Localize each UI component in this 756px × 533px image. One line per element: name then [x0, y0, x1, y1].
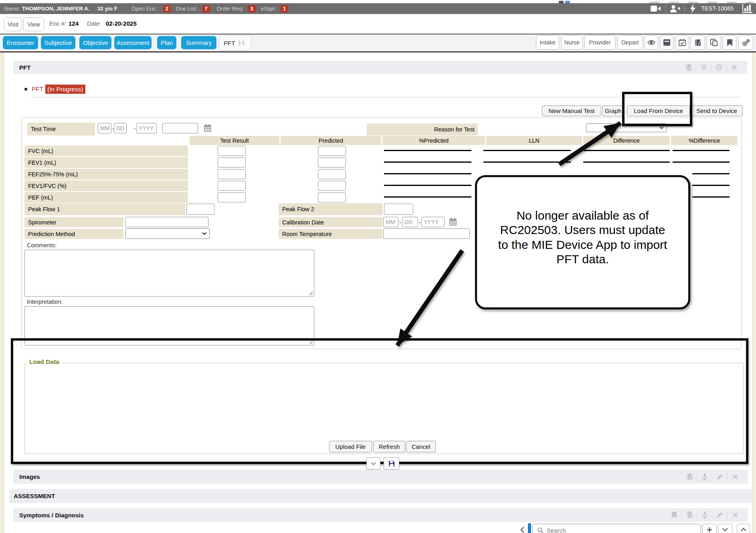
- reason-for-test-select[interactable]: [586, 123, 667, 132]
- depart-button[interactable]: Depart: [617, 35, 643, 50]
- load-from-device-button[interactable]: Load From Device: [627, 105, 690, 116]
- add-patient-icon[interactable]: [670, 5, 681, 12]
- close-button[interactable]: [727, 472, 742, 481]
- test-time-yyyy-input[interactable]: YYYY: [136, 123, 157, 133]
- collapse-down-button[interactable]: [718, 524, 732, 533]
- expand-button[interactable]: [366, 457, 380, 470]
- calendar-icon[interactable]: [204, 124, 212, 132]
- peak-flow-1-input[interactable]: [186, 204, 214, 215]
- schedule-button[interactable]: [675, 35, 689, 50]
- calibration-yyyy-input[interactable]: YYYY: [421, 217, 445, 227]
- enc-label: Enc #:: [49, 20, 67, 27]
- spirometer-input[interactable]: [125, 217, 208, 227]
- order-req-badge[interactable]: 3: [248, 5, 255, 12]
- dash: -: [399, 219, 401, 226]
- collapse-up-button[interactable]: [737, 524, 750, 533]
- room-temperature-label: Room Temperature: [279, 229, 382, 239]
- view-button[interactable]: View: [23, 17, 44, 31]
- print-chart-button[interactable]: [681, 64, 696, 72]
- predicted-input[interactable]: [318, 181, 346, 191]
- comments-textarea[interactable]: [24, 250, 314, 297]
- visit-button[interactable]: Visit: [4, 17, 22, 31]
- close-button[interactable]: [726, 64, 742, 72]
- test-time-mm-input[interactable]: MM: [98, 123, 111, 133]
- test-time-time-input[interactable]: [162, 123, 198, 133]
- esign-badge[interactable]: 1: [281, 5, 288, 12]
- prediction-method-select[interactable]: [125, 228, 210, 239]
- row-label: FEV1 (mL): [24, 157, 188, 168]
- pct-predicted-line: [384, 185, 471, 186]
- due-list-badge[interactable]: 7: [202, 5, 210, 12]
- video-call-icon[interactable]: [651, 5, 661, 12]
- bookmark-button[interactable]: [667, 511, 681, 519]
- tab-pft-active[interactable]: PFT: [219, 35, 251, 50]
- open-enc-badge[interactable]: 2: [163, 5, 171, 12]
- copy-button[interactable]: [707, 35, 721, 50]
- test-result-input[interactable]: [218, 157, 246, 168]
- preview-button[interactable]: [644, 35, 658, 50]
- search-box[interactable]: Search: [532, 524, 701, 533]
- edit-button[interactable]: [712, 511, 727, 519]
- dictate-button[interactable]: [697, 472, 712, 481]
- peak-flow-2-input[interactable]: [384, 204, 413, 215]
- chart-icon[interactable]: [742, 4, 752, 13]
- archive-button[interactable]: [660, 35, 673, 50]
- lln-line: [483, 150, 571, 151]
- calendar-icon[interactable]: [449, 218, 457, 226]
- test-result-input[interactable]: [218, 192, 246, 202]
- room-temperature-input[interactable]: [383, 228, 470, 239]
- cancel-button[interactable]: Cancel: [406, 441, 436, 452]
- tab-subjective[interactable]: Subjective: [41, 36, 75, 49]
- add-button[interactable]: [702, 524, 717, 533]
- test-result-input[interactable]: [218, 181, 246, 191]
- print-button[interactable]: [681, 511, 697, 519]
- predicted-input[interactable]: [318, 192, 346, 202]
- test-result-input[interactable]: [218, 146, 246, 156]
- predicted-input[interactable]: [318, 157, 346, 168]
- predicted-input[interactable]: [318, 146, 346, 156]
- save-note-button[interactable]: [384, 457, 399, 470]
- docs-button[interactable]: [691, 35, 705, 50]
- settings-button[interactable]: [738, 35, 753, 50]
- send-to-device-button[interactable]: Send to Device: [691, 105, 743, 116]
- dictate-button[interactable]: [697, 511, 712, 519]
- save-icon[interactable]: [239, 40, 245, 46]
- assessment-section-title: ASSESSMENT: [14, 489, 55, 503]
- close-button[interactable]: [727, 511, 742, 519]
- peak-flow-1-label: Peak Flow 1: [24, 203, 185, 215]
- resize-handle[interactable]: [309, 291, 313, 295]
- refresh-button[interactable]: Refresh: [373, 441, 405, 452]
- interpretation-textarea[interactable]: [24, 306, 314, 345]
- tab-encounter[interactable]: Encounter: [3, 36, 38, 49]
- tab-summary[interactable]: Summary: [181, 36, 216, 49]
- calibration-mm-input[interactable]: MM: [383, 217, 398, 227]
- chevron-left-icon[interactable]: [520, 527, 525, 533]
- pft-item-link[interactable]: PFT: [32, 85, 43, 93]
- nurse-button[interactable]: Nurse: [561, 35, 583, 50]
- graph-button[interactable]: Graph: [602, 105, 624, 116]
- upload-file-button[interactable]: Upload File: [329, 441, 372, 452]
- note-line: to the MIE Device App to import: [498, 238, 667, 252]
- predicted-input[interactable]: [318, 169, 346, 179]
- edit-button[interactable]: [712, 472, 727, 481]
- lightning-icon[interactable]: [690, 4, 695, 13]
- new-manual-test-button[interactable]: New Manual Test: [542, 105, 601, 116]
- patient-name: THOMPSON, JENNIFER A.: [22, 6, 90, 12]
- collapse-button[interactable]: [696, 64, 711, 72]
- load-data-fieldset: [24, 363, 744, 454]
- tab-assessment[interactable]: Assessment: [114, 36, 152, 49]
- pct-difference-line: [692, 196, 730, 198]
- resize-handle[interactable]: [309, 340, 313, 344]
- pct-difference-line: [673, 162, 730, 163]
- calibration-dd-input[interactable]: DD: [402, 217, 418, 227]
- provider-button[interactable]: Provider: [584, 35, 615, 50]
- bookmark-button[interactable]: [723, 35, 736, 50]
- tab-objective[interactable]: Objective: [79, 36, 111, 49]
- pct-predicted-line: [384, 196, 471, 198]
- intake-button[interactable]: Intake: [536, 35, 559, 50]
- tab-plan[interactable]: Plan: [157, 36, 176, 49]
- test-time-dd-input[interactable]: DD: [114, 123, 127, 133]
- disable-button[interactable]: [711, 64, 726, 72]
- test-result-input[interactable]: [218, 169, 246, 179]
- print-button[interactable]: [682, 472, 697, 481]
